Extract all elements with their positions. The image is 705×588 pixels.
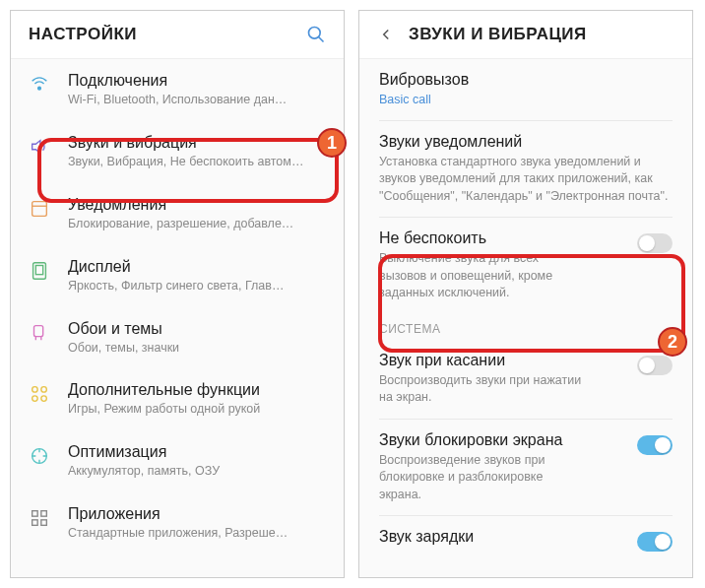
svg-rect-3 [32,201,47,216]
search-icon[interactable] [306,25,326,44]
svg-point-11 [41,396,47,402]
svg-rect-16 [41,520,47,526]
svg-rect-15 [32,520,38,526]
settings-screen: НАСТРОЙКИ Подключения Wi-Fi, Bluetooth, … [10,10,345,578]
item-apps[interactable]: Приложения Стандартные приложения, Разре… [11,492,344,555]
item-sub: Стандартные приложения, Разреше… [68,525,326,542]
advanced-icon [29,383,50,405]
settings-list: Подключения Wi-Fi, Bluetooth, Использова… [11,59,344,555]
svg-rect-7 [34,325,43,336]
svg-point-2 [38,87,41,90]
item-vibration-pattern[interactable]: Вибровызов Basic call [359,59,692,120]
item-notification-sounds[interactable]: Звуки уведомлений Установка стандартного… [359,121,692,218]
item-title: Звуки и вибрация [68,134,326,152]
page-title: ЗВУКИ И ВИБРАЦИЯ [409,25,587,44]
maintenance-icon [29,445,50,467]
item-sub: Установка стандартного звука уведомлений… [379,154,673,206]
display-icon [29,260,50,282]
item-advanced[interactable]: Дополнительные функции Игры, Режим работ… [11,368,344,430]
item-wallpaper[interactable]: Обои и темы Обои, темы, значки [11,307,344,369]
wallpaper-icon [29,322,50,344]
header: НАСТРОЙКИ [11,11,344,59]
item-touch-sounds[interactable]: Звук при касании Воспроизводить звуки пр… [359,340,692,419]
apps-icon [29,507,50,529]
item-do-not-disturb[interactable]: Не беспокоить Выключение звука для всех … [359,218,692,314]
item-title: Дополнительные функции [68,381,326,399]
item-sub: Звуки, Вибрация, Не беспокоить автом… [68,154,326,170]
item-sounds[interactable]: Звуки и вибрация Звуки, Вибрация, Не бес… [11,121,344,183]
item-sub: Игры, Режим работы одной рукой [68,401,326,418]
item-sub: Обои, темы, значки [68,340,326,357]
notifications-icon [29,198,50,220]
item-sub: Аккумулятор, память, ОЗУ [68,463,326,480]
sound-icon [29,136,50,158]
svg-line-1 [319,37,324,42]
sounds-screen: ЗВУКИ И ВИБРАЦИЯ Вибровызов Basic call З… [358,10,693,578]
step-badge-2: 2 [658,327,687,357]
item-title: Подключения [68,72,326,90]
back-icon[interactable] [377,26,395,43]
item-title: Оптимизация [68,443,326,461]
item-title: Уведомления [68,196,326,214]
item-title: Звук при касании [379,352,637,369]
item-sub: Воспроизведение звуков при блокировке и … [379,452,637,504]
svg-point-10 [32,396,38,402]
svg-point-8 [32,387,38,393]
item-charging-sound[interactable]: Звук зарядки [359,516,692,563]
dnd-toggle[interactable] [637,233,673,253]
item-title: Звук зарядки [379,528,637,546]
svg-point-0 [309,28,321,39]
item-title: Не беспокоить [379,229,637,247]
svg-rect-6 [35,265,42,274]
charge-toggle[interactable] [637,532,673,552]
svg-point-9 [41,387,47,393]
svg-rect-13 [32,511,38,517]
item-notifications[interactable]: Уведомления Блокирование, разрешение, до… [11,183,344,245]
item-maintenance[interactable]: Оптимизация Аккумулятор, память, ОЗУ [11,430,344,492]
page-title: НАСТРОЙКИ [29,25,137,44]
header: ЗВУКИ И ВИБРАЦИЯ [359,11,692,59]
connections-icon [29,74,50,96]
section-label: СИСТЕМА [359,314,692,340]
item-sub: Воспроизводить звуки при нажатии на экра… [379,372,637,407]
item-sub: Basic call [379,92,673,108]
svg-rect-14 [41,511,47,517]
item-lock-sounds[interactable]: Звуки блокировки экрана Воспроизведение … [359,420,692,516]
item-title: Приложения [68,505,326,523]
item-sub: Выключение звука для всех вызовов и опов… [379,250,637,302]
item-sub: Блокирование, разрешение, добавле… [68,216,326,232]
touch-toggle[interactable] [637,356,673,375]
item-display[interactable]: Дисплей Яркость, Фильтр синего света, Гл… [11,245,344,307]
sounds-list: Вибровызов Basic call Звуки уведомлений … [359,59,692,563]
item-title: Обои и темы [68,320,326,338]
item-sub: Яркость, Фильтр синего света, Глав… [68,278,326,294]
item-connections[interactable]: Подключения Wi-Fi, Bluetooth, Использова… [11,59,344,121]
item-title: Звуки блокировки экрана [379,431,637,449]
step-badge-1: 1 [317,128,347,158]
item-title: Вибровызов [379,71,673,89]
item-title: Звуки уведомлений [379,133,673,151]
item-sub: Wi-Fi, Bluetooth, Использование дан… [68,92,326,108]
item-title: Дисплей [68,258,326,276]
lock-toggle[interactable] [637,435,673,455]
